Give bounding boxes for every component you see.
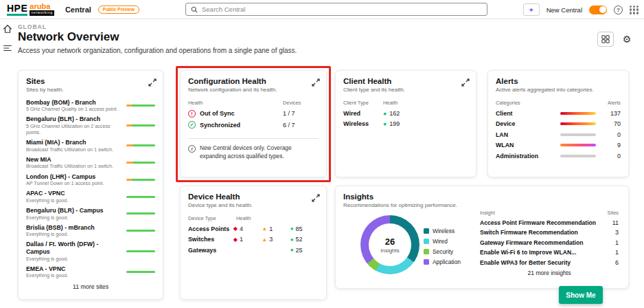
row-label: Client xyxy=(496,110,560,117)
insight-row[interactable]: Gateway Firmware Recommendation 1 xyxy=(480,239,619,246)
row-label: Access Points xyxy=(188,226,233,232)
expand-icon[interactable] xyxy=(148,77,157,85)
insight-label: Enable Wi-Fi 6 to Improve WLAN... xyxy=(480,249,602,256)
good-status-icon: ● xyxy=(383,120,387,127)
configuration-health-card: Configuration Health Network configurati… xyxy=(180,70,327,177)
insight-sites-count: 1 xyxy=(602,249,619,256)
site-row[interactable]: EMEA - VPNC Everything is good. xyxy=(26,263,155,280)
card-title: Client Health xyxy=(343,77,468,85)
apps-grid-icon[interactable] xyxy=(630,6,639,14)
new-central-toggle[interactable] xyxy=(589,6,607,14)
site-row[interactable]: Brislia (BSB) - mBranch Everything is go… xyxy=(26,222,155,239)
insight-sites-count: 6 xyxy=(602,259,619,266)
device-row-access-points[interactable]: Access Points ◆4 ▲1 ●85 xyxy=(188,226,319,232)
insight-row[interactable]: Enable Wi-Fi 6 to Improve WLAN... 1 xyxy=(480,249,619,256)
sidebar-toggle-icon[interactable] xyxy=(3,43,12,53)
site-health-bar xyxy=(126,250,155,252)
insight-label: Access Point Firmware Recommendation xyxy=(480,219,602,226)
device-row-switches[interactable]: Switches ◆1 ▲3 ●52 xyxy=(188,236,319,243)
row-value: 0 xyxy=(603,153,621,160)
insight-row[interactable]: Access Point Firmware Recommendation 11 xyxy=(480,219,619,226)
card-title: Device Health xyxy=(188,192,319,201)
site-row[interactable]: Miami (MIA) - Branch Broadcast Traffic U… xyxy=(26,137,155,154)
site-row[interactable]: APAC - VPNC Everything is good. xyxy=(26,188,155,206)
donut-legend: Wireless Wired Security Application xyxy=(424,228,461,269)
config-row-out-of-sync[interactable]: ! Out of Sync 1 / 7 xyxy=(188,110,319,118)
alert-severity-bar xyxy=(560,133,596,136)
good-icon: ● xyxy=(290,247,294,253)
row-label: WLAN xyxy=(496,142,560,148)
alert-row-wlan[interactable]: WLAN 9 xyxy=(496,142,621,148)
alert-row-administration[interactable]: Administration 0 xyxy=(496,153,621,160)
row-label: Wired xyxy=(343,110,383,117)
site-detail: Broadcast Traffic Utilization on 1 switc… xyxy=(26,163,113,169)
legend-item-application[interactable]: Application xyxy=(424,258,461,265)
synchronized-icon: ✓ xyxy=(188,121,196,129)
site-health-bar xyxy=(126,230,155,232)
site-info: EMEA - VPNC Everything is good. xyxy=(26,265,68,279)
card-title: Sites xyxy=(26,77,155,85)
insights-donut-chart[interactable]: 26 Insights xyxy=(360,215,419,274)
dashboard-layout-button[interactable] xyxy=(597,32,614,47)
row-value: 6 / 7 xyxy=(283,122,319,129)
site-row[interactable]: Bengaluru (BLR) - Campus Everything is g… xyxy=(26,205,155,222)
settings-gear-icon[interactable]: ⚙ xyxy=(619,32,634,47)
critical-icon: ◆ xyxy=(233,226,238,232)
legend-item-wireless[interactable]: Wireless xyxy=(424,228,461,234)
expand-icon[interactable] xyxy=(461,77,470,85)
site-name: Dallas / Ft. Worth (DFW) - Campus xyxy=(26,241,122,255)
insight-row[interactable]: Enable WPA3 for Better Security 6 xyxy=(480,259,619,266)
show-me-button[interactable]: Show Me xyxy=(559,286,603,304)
insights-count: 26 xyxy=(385,236,395,247)
site-detail: Everything is good. xyxy=(26,272,68,278)
client-row-wired[interactable]: Wired ● 162 xyxy=(343,110,468,117)
site-row[interactable]: Dallas / Ft. Worth (DFW) - Campus Everyt… xyxy=(26,239,155,263)
column-header: Categories xyxy=(496,100,603,106)
card-title: Configuration Health xyxy=(188,77,319,85)
home-icon[interactable] xyxy=(3,24,12,34)
column-header: Health xyxy=(383,100,468,106)
insight-label: Enable WPA3 for Better Security xyxy=(480,259,602,266)
row-value: 162 xyxy=(389,110,400,117)
more-insights-link[interactable]: 21 more insights xyxy=(480,270,619,276)
expand-icon[interactable] xyxy=(312,77,320,85)
site-row[interactable]: London (LHR) - Campus AP Tunnel Down on … xyxy=(26,171,155,188)
alert-row-lan[interactable]: LAN 0 xyxy=(496,131,621,138)
card-subtitle: Active alerts aggregated into categories… xyxy=(496,87,621,93)
alerts-card: Alerts Active alerts aggregated into cat… xyxy=(487,70,629,177)
expand-icon[interactable] xyxy=(312,192,320,201)
config-row-synchronized[interactable]: ✓ Synchronized 6 / 7 xyxy=(188,121,319,129)
device-row-gateways[interactable]: Gateways ●25 xyxy=(188,247,319,254)
site-row[interactable]: Bombay (BOM) - Branch 5 GHz Channel Qual… xyxy=(26,97,155,114)
insight-row[interactable]: Switch Firmware Recommendation 3 xyxy=(480,229,619,236)
site-row[interactable]: New MIA Broadcast Traffic Utilization on… xyxy=(26,154,155,171)
legend-item-security[interactable]: Security xyxy=(424,248,461,255)
alert-severity-bar xyxy=(560,155,596,157)
global-search[interactable] xyxy=(185,3,487,16)
critical-count: ◆1 xyxy=(233,236,262,243)
column-header: Devices xyxy=(283,100,319,106)
legend-item-wired[interactable]: Wired xyxy=(424,238,461,245)
alert-row-device[interactable]: Device 70 xyxy=(496,120,621,127)
legend-swatch xyxy=(424,239,429,244)
site-detail: Everything is good. xyxy=(26,231,95,237)
card-title: Insights xyxy=(343,192,621,201)
more-sites-link[interactable]: 11 more sites xyxy=(26,283,155,290)
page-subtitle: Access your network organization, config… xyxy=(18,47,297,54)
critical-icon: ◆ xyxy=(233,236,238,243)
good-icon: ● xyxy=(290,226,294,232)
client-row-wireless[interactable]: Wireless ● 199 xyxy=(343,120,468,127)
site-detail: Everything is good. xyxy=(26,214,103,221)
site-row[interactable]: Bengaluru (BLR) - Branch 5 GHz Channel U… xyxy=(26,114,155,138)
aruba-logo: aruba networking xyxy=(30,3,54,16)
site-detail: 5 GHz Channel Quality on 1 access point. xyxy=(26,106,117,112)
row-label: Synchronized xyxy=(200,122,283,129)
search-input[interactable] xyxy=(202,6,482,13)
alert-row-client[interactable]: Client 137 xyxy=(496,110,621,117)
column-header: Health xyxy=(188,100,283,106)
coverage-note: i New Central devices only. Coverage exp… xyxy=(188,144,319,160)
legend-label: Security xyxy=(433,248,453,255)
assistant-icon[interactable]: ✦ xyxy=(523,3,540,16)
help-icon[interactable]: ? xyxy=(614,6,623,14)
toggle-knob xyxy=(599,6,606,13)
